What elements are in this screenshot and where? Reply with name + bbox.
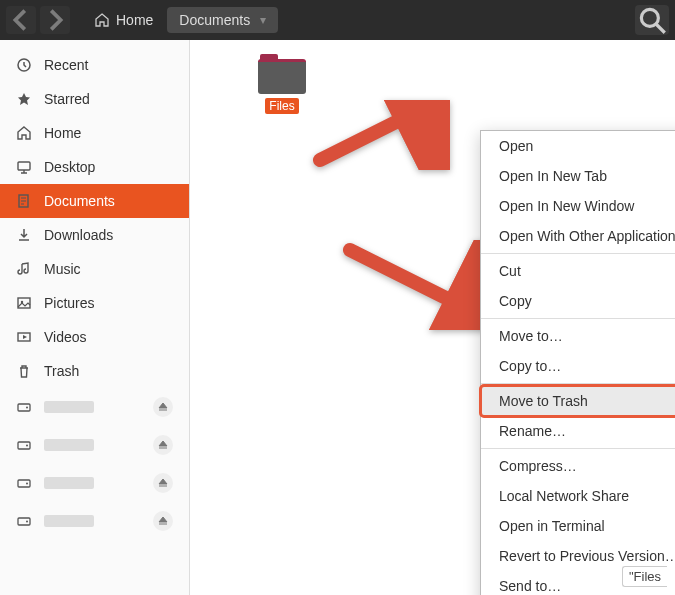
drive-label <box>44 401 94 413</box>
menu-item-open-in-new-window[interactable]: Open In New WindowShift+Return <box>481 191 675 221</box>
menu-item-label: Revert to Previous Version… <box>499 548 675 564</box>
folder-item[interactable]: Files <box>250 54 314 114</box>
videos-icon <box>16 329 32 345</box>
downloads-icon <box>16 227 32 243</box>
svg-rect-11 <box>18 480 30 487</box>
search-icon <box>635 3 669 37</box>
svg-point-12 <box>26 483 28 485</box>
menu-item-label: Open In New Window <box>499 198 634 214</box>
sidebar-item-label: Downloads <box>44 227 113 243</box>
trash-icon <box>16 363 32 379</box>
menu-item-copy[interactable]: CopyCtrl+C <box>481 286 675 316</box>
context-menu: OpenReturnOpen In New TabCtrl+ReturnOpen… <box>480 130 675 595</box>
menu-item-move-to-trash[interactable]: Move to TrashDelete <box>479 384 675 418</box>
menu-item-open-in-new-tab[interactable]: Open In New TabCtrl+Return <box>481 161 675 191</box>
menu-item-label: Open With Other Application <box>499 228 675 244</box>
breadcrumb: Home Documents ▾ <box>82 7 278 33</box>
sidebar-item-desktop[interactable]: Desktop <box>0 150 189 184</box>
eject-button[interactable] <box>153 511 173 531</box>
content-pane[interactable]: Files OpenReturnOpen In New TabCtrl+Retu… <box>190 40 675 595</box>
menu-item-rename[interactable]: Rename…F2 <box>481 416 675 446</box>
sidebar-item-recent[interactable]: Recent <box>0 48 189 82</box>
sidebar-item-label: Home <box>44 125 81 141</box>
sidebar-item-downloads[interactable]: Downloads <box>0 218 189 252</box>
home-icon <box>16 125 32 141</box>
eject-icon <box>158 402 168 412</box>
folder-label: Files <box>265 98 298 114</box>
svg-rect-2 <box>18 162 30 170</box>
menu-item-move-to[interactable]: Move to… <box>481 321 675 351</box>
desktop-icon <box>16 159 32 175</box>
drive-label <box>44 439 94 451</box>
pictures-icon <box>16 295 32 311</box>
breadcrumb-current-label: Documents <box>179 12 250 28</box>
drive-icon <box>16 513 32 529</box>
menu-separator <box>481 253 675 254</box>
sidebar-drive-2[interactable] <box>0 464 189 502</box>
breadcrumb-current[interactable]: Documents ▾ <box>167 7 278 33</box>
top-toolbar: Home Documents ▾ <box>0 0 675 40</box>
menu-item-label: Open <box>499 138 533 154</box>
sidebar: RecentStarredHomeDesktopDocumentsDownloa… <box>0 40 190 595</box>
menu-item-label: Open In New Tab <box>499 168 607 184</box>
menu-item-label: Cut <box>499 263 521 279</box>
sidebar-item-label: Videos <box>44 329 87 345</box>
svg-rect-7 <box>18 404 30 411</box>
clock-icon <box>16 57 32 73</box>
sidebar-item-label: Music <box>44 261 81 277</box>
breadcrumb-home[interactable]: Home <box>82 7 165 33</box>
svg-point-0 <box>641 9 658 26</box>
svg-rect-13 <box>18 518 30 525</box>
chevron-right-icon <box>40 5 70 35</box>
sidebar-drive-1[interactable] <box>0 426 189 464</box>
breadcrumb-home-label: Home <box>116 12 153 28</box>
sidebar-item-label: Trash <box>44 363 79 379</box>
menu-item-label: Move to Trash <box>499 393 588 409</box>
svg-point-10 <box>26 445 28 447</box>
eject-icon <box>158 516 168 526</box>
forward-button[interactable] <box>40 6 70 34</box>
eject-button[interactable] <box>153 435 173 455</box>
folder-icon <box>258 54 306 94</box>
menu-item-open[interactable]: OpenReturn <box>481 131 675 161</box>
main-area: RecentStarredHomeDesktopDocumentsDownloa… <box>0 40 675 595</box>
eject-button[interactable] <box>153 473 173 493</box>
search-button[interactable] <box>635 5 669 35</box>
menu-item-open-in-terminal[interactable]: Open in Terminal <box>481 511 675 541</box>
sidebar-drive-3[interactable] <box>0 502 189 540</box>
annotation-arrow-1 <box>310 100 450 174</box>
drive-label <box>44 477 94 489</box>
documents-icon <box>16 193 32 209</box>
menu-separator <box>481 448 675 449</box>
menu-item-local-network-share[interactable]: Local Network Share <box>481 481 675 511</box>
star-icon <box>16 91 32 107</box>
menu-item-label: Open in Terminal <box>499 518 605 534</box>
sidebar-item-videos[interactable]: Videos <box>0 320 189 354</box>
menu-item-label: Send to… <box>499 578 561 594</box>
sidebar-item-pictures[interactable]: Pictures <box>0 286 189 320</box>
sidebar-item-documents[interactable]: Documents <box>0 184 189 218</box>
sidebar-item-label: Pictures <box>44 295 95 311</box>
status-bar: "Files <box>622 566 667 587</box>
menu-item-label: Rename… <box>499 423 566 439</box>
drive-label <box>44 515 94 527</box>
drive-icon <box>16 437 32 453</box>
drive-icon <box>16 399 32 415</box>
annotation-arrow-2 <box>340 240 500 334</box>
music-icon <box>16 261 32 277</box>
sidebar-item-starred[interactable]: Starred <box>0 82 189 116</box>
sidebar-item-home[interactable]: Home <box>0 116 189 150</box>
menu-item-cut[interactable]: CutCtrl+X <box>481 256 675 286</box>
sidebar-drive-0[interactable] <box>0 388 189 426</box>
menu-item-open-with-other-application[interactable]: Open With Other Application <box>481 221 675 251</box>
sidebar-item-label: Documents <box>44 193 115 209</box>
sidebar-item-label: Desktop <box>44 159 95 175</box>
eject-button[interactable] <box>153 397 173 417</box>
menu-item-copy-to[interactable]: Copy to… <box>481 351 675 381</box>
sidebar-item-trash[interactable]: Trash <box>0 354 189 388</box>
menu-item-compress[interactable]: Compress… <box>481 451 675 481</box>
sidebar-item-music[interactable]: Music <box>0 252 189 286</box>
svg-rect-9 <box>18 442 30 449</box>
back-button[interactable] <box>6 6 36 34</box>
eject-icon <box>158 478 168 488</box>
